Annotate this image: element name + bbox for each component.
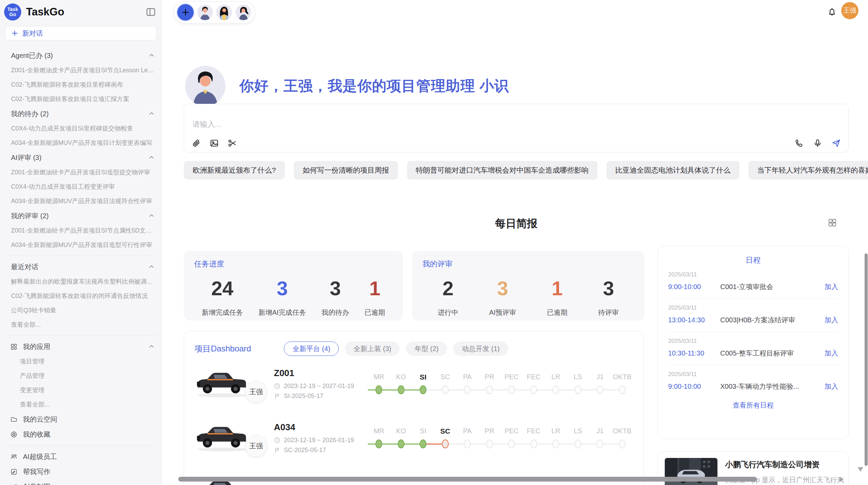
sidebar-task-item[interactable]: C0X4-动力总成开发项目SI里程碑提交物检查 xyxy=(0,121,161,136)
schedule-item: 2025/03/11 13:00-14:30 C003|H0B-方案冻结评审 加… xyxy=(668,299,838,332)
sidebar-task-item[interactable]: C02-飞腾新能源轻客改款项目立项汇报方案 xyxy=(0,92,161,106)
stat-value: 3 xyxy=(489,277,516,300)
milestone-dot xyxy=(575,439,581,448)
suggestion-chip[interactable]: 特朗普可能对进口汽车增税会对中国车企造成哪些影响 xyxy=(407,161,598,179)
schedule-date: 2025/03/11 xyxy=(668,338,838,345)
join-link[interactable]: 加入 xyxy=(824,382,838,391)
sidebar-item-ai-super-staff[interactable]: AI超级员工 xyxy=(0,449,161,464)
agent-avatars-bar xyxy=(173,1,255,23)
sidebar: Task Go TaskGo 新对话 Agent已办 (3) Z001-全新燃油… xyxy=(0,0,162,485)
milestone: PEC xyxy=(501,373,523,394)
suggestion-chip[interactable]: 欧洲新规最近颁布了什么? xyxy=(184,161,285,179)
tab-powertrain[interactable]: 动总开发 (1) xyxy=(453,341,508,356)
app-item-change-mgmt[interactable]: 变更管理 xyxy=(0,383,161,397)
add-agent-button[interactable] xyxy=(177,4,194,21)
new-chat-button[interactable]: 新对话 xyxy=(5,26,157,40)
notifications-bell-icon[interactable] xyxy=(827,7,837,17)
section-header[interactable]: 最近对话 xyxy=(0,259,161,274)
sidebar-task-item[interactable]: A034-全新新能源MUV产品开发项目计划变更表编写 xyxy=(0,136,161,150)
sidebar-task-item[interactable]: A034-全新新能源MUV产品开发项目法规符合性评审 xyxy=(0,194,161,208)
milestone: FEC xyxy=(523,427,545,448)
plus-icon xyxy=(11,30,18,37)
tab-new-platform[interactable]: 全新平台 (4) xyxy=(284,341,339,356)
phone-call-icon[interactable] xyxy=(794,138,804,148)
schedule-item: 2025/03/11 10:30-11:30 C005-整车工程目标评审 加入 xyxy=(668,332,838,365)
horizontal-scrollbar-thumb[interactable] xyxy=(178,477,757,482)
layout-grid-icon[interactable] xyxy=(828,218,837,227)
user-avatar[interactable]: 王强 xyxy=(841,2,858,19)
milestone: PEC xyxy=(501,427,523,448)
daily-briefing-header: 每日简报 xyxy=(184,216,849,231)
stat: 3 新增AI完成任务 xyxy=(258,277,306,317)
section-header[interactable]: 我的待办 (2) xyxy=(0,106,161,121)
collapse-sidebar-icon[interactable] xyxy=(146,7,156,17)
schedule-title: 日程 xyxy=(668,255,838,265)
suggestion-chip[interactable]: 比亚迪全固态电池计划具体说了什么 xyxy=(606,161,739,179)
section-header[interactable]: Agent已办 (3) xyxy=(0,48,161,63)
app-item-product-mgmt[interactable]: 产品管理 xyxy=(0,369,161,383)
milestone: PA xyxy=(456,373,479,394)
sidebar-task-item[interactable]: Z001-全新燃油皮卡产品开发项目SI节点Lesson Learn报告 xyxy=(0,63,161,77)
flag-icon xyxy=(274,447,280,453)
stat: 24 新增完成任务 xyxy=(202,277,243,317)
my-apps-header[interactable]: 我的应用 xyxy=(0,339,161,354)
recent-chat-item[interactable]: 公司Q3轻卡销量 xyxy=(0,303,161,318)
dashboard-tabs: 全新平台 (4) 全新上装 (3) 年型 (2) 动总开发 (1) xyxy=(284,341,508,356)
milestone-dot xyxy=(442,439,449,448)
scissors-icon[interactable] xyxy=(227,138,237,148)
sidebar-item-favorites[interactable]: 我的收藏 xyxy=(0,427,161,442)
sidebar-section-my-apps: 我的应用 项目管理 产品管理 变更管理 查看全部... xyxy=(0,339,161,412)
join-link[interactable]: 加入 xyxy=(824,315,838,325)
milestone-dot xyxy=(442,385,449,394)
project-row[interactable]: 王强 A034 2023-12-19 ~ 2026-01-19 SC-2025-… xyxy=(194,411,633,464)
stat-value: 3 xyxy=(598,277,619,300)
message-input[interactable] xyxy=(192,119,604,133)
chevron-up-icon xyxy=(148,264,155,270)
agent-avatar[interactable] xyxy=(216,4,232,20)
milestone-dot xyxy=(619,385,626,394)
tab-new-body[interactable]: 全新上装 (3) xyxy=(345,341,400,356)
agent-avatar[interactable] xyxy=(197,4,213,20)
my-review-card: 我的评审 2 进行中 3 AI预评审 1 已逾期 3 待评审 xyxy=(412,251,644,321)
sidebar-task-item[interactable]: C02-飞腾新能源轻客改款项目里程碑画布 xyxy=(0,77,161,92)
project-row-partial[interactable] xyxy=(194,465,633,485)
view-all-schedule-link[interactable]: 查看所有日程 xyxy=(668,401,838,410)
scroll-down-arrow[interactable] xyxy=(858,467,863,472)
recent-chat-item[interactable]: C02-飞腾新能源轻客改款项目的闭环通告反馈情况 xyxy=(0,289,161,303)
milestone-dot xyxy=(420,385,426,394)
section-header[interactable]: AI评审 (3) xyxy=(0,150,161,165)
sidebar-task-item[interactable]: Z001-全新燃油轻卡产品开发项目SI节点属性5D文件评审 xyxy=(0,223,161,238)
app-item-project-mgmt[interactable]: 项目管理 xyxy=(0,354,161,369)
sidebar-section-ai-review: AI评审 (3) Z001-全新燃油轻卡产品开发项目SI造型提交物评审 C0X4… xyxy=(0,150,161,208)
tab-model-year[interactable]: 年型 (2) xyxy=(406,341,447,356)
milestone-dot xyxy=(619,439,626,448)
send-icon[interactable] xyxy=(831,138,841,148)
project-row[interactable]: 王强 Z001 2023-12-19 ~ 2027-01-19 SI-2025-… xyxy=(194,357,633,410)
sidebar-item-help-me-write[interactable]: 帮我写作 xyxy=(0,464,161,479)
join-link[interactable]: 加入 xyxy=(824,349,838,358)
apps-view-all[interactable]: 查看全部... xyxy=(0,397,161,412)
milestone-track: MRKOSISCPAPRPECFECLRLSJ1OKTB xyxy=(368,373,633,394)
sidebar-task-item[interactable]: C0X4-动力总成开发项目工程变更评审 xyxy=(0,179,161,194)
recent-view-all[interactable]: 查看全部... xyxy=(0,318,161,332)
agent-avatar[interactable] xyxy=(236,4,251,20)
microphone-icon[interactable] xyxy=(813,138,822,148)
attachment-icon[interactable] xyxy=(192,138,201,148)
section-header[interactable]: 我的评审 (2) xyxy=(0,208,161,223)
sidebar-task-item[interactable]: A034-全新新能源MUV产品开发项目造型可行性评审 xyxy=(0,238,161,252)
sidebar-item-cloud-space[interactable]: 我的云空间 xyxy=(0,412,161,427)
stats-row: 2 进行中 3 AI预评审 1 已逾期 3 待评审 xyxy=(422,277,634,317)
suggestion-chip[interactable]: 如何写一份清晰的项目周报 xyxy=(294,161,398,179)
stat-label: 已逾期 xyxy=(364,308,385,317)
recent-chat-item[interactable]: 解释最新出台的欧盟报废车法规再生塑料比例被调至15%... xyxy=(0,274,161,289)
scroll-right-arrow[interactable] xyxy=(839,477,844,482)
project-thumbnail: 王强 xyxy=(194,421,274,455)
suggestion-chip[interactable]: 当下年轻人对汽车外观有怎样的喜好趋势 xyxy=(748,161,868,179)
image-icon[interactable] xyxy=(209,138,219,148)
milestone-dot xyxy=(596,439,603,448)
vertical-scrollbar-thumb[interactable] xyxy=(865,253,868,466)
sidebar-task-item[interactable]: Z001-全新燃油轻卡产品开发项目SI造型提交物评审 xyxy=(0,165,161,179)
join-link[interactable]: 加入 xyxy=(824,282,838,291)
sidebar-item-creative-drawing[interactable]: 创意制图 xyxy=(0,479,161,485)
stat-label: AI预评审 xyxy=(489,308,516,317)
